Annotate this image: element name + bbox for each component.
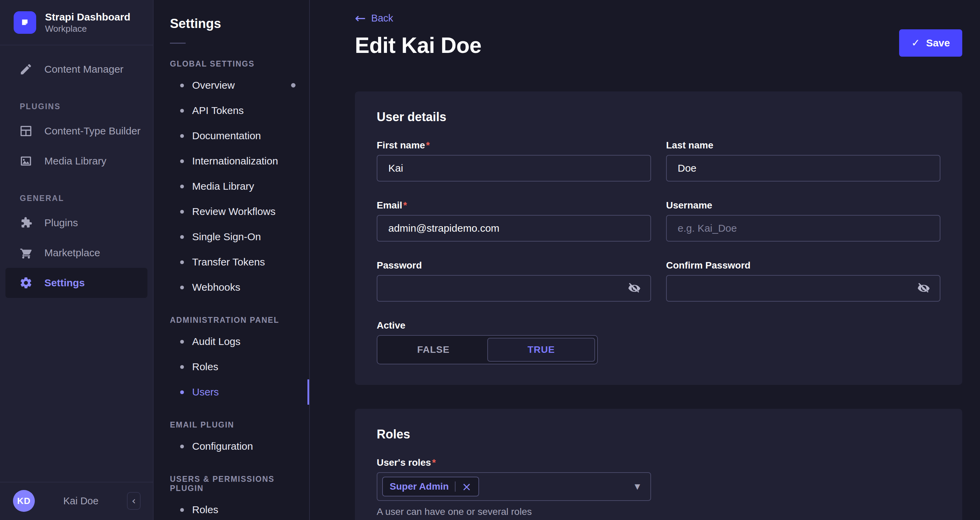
workspace-brand[interactable]: Strapi Dashboard Workplace: [0, 0, 153, 45]
arrow-left-icon: ←: [355, 11, 366, 25]
last-name-field-group: Last name: [666, 140, 940, 181]
puzzle-icon: [19, 216, 33, 230]
first-name-label: First name*: [377, 140, 651, 151]
user-roles-select[interactable]: Super Admin × ▼: [377, 472, 651, 501]
subnav-item-webhooks[interactable]: Webhooks: [154, 275, 309, 300]
subnav-item-single-sign-on[interactable]: Single Sign-On: [154, 224, 309, 250]
bullet-icon: [180, 235, 184, 239]
first-name-input[interactable]: [377, 155, 651, 181]
subnav-item-api-tokens[interactable]: API Tokens: [154, 98, 309, 123]
user-roles-label: User's roles*: [377, 457, 651, 468]
strapi-logo-icon: [14, 11, 36, 34]
chevron-left-icon: ‹: [132, 496, 136, 506]
sidebar-item-label: Content Manager: [45, 64, 124, 75]
notification-dot: [291, 83, 296, 88]
sidebar-item-content-manager[interactable]: Content Manager: [5, 54, 147, 84]
chevron-down-icon: ▼: [635, 482, 640, 491]
subnav-item-up-roles[interactable]: Roles: [154, 497, 309, 520]
email-label: Email*: [377, 200, 651, 211]
nav-section-plugins: PLUGINS: [20, 102, 147, 111]
back-link[interactable]: ← Back: [355, 11, 393, 25]
bullet-icon: [180, 445, 184, 448]
sidebar-item-settings[interactable]: Settings: [5, 268, 147, 298]
main-navigation: Content Manager PLUGINS Content-Type Bui…: [0, 45, 153, 482]
confirm-password-field-group: Confirm Password: [666, 260, 940, 302]
save-button[interactable]: ✓ Save: [899, 29, 962, 57]
last-name-input[interactable]: [666, 155, 940, 181]
nav-section-general: GENERAL: [20, 194, 147, 203]
cart-icon: [19, 246, 33, 260]
check-icon: ✓: [912, 38, 920, 48]
active-indicator: [307, 379, 310, 405]
sidebar-item-marketplace[interactable]: Marketplace: [5, 238, 147, 268]
divider: [455, 482, 455, 492]
active-toggle: FALSE TRUE: [377, 335, 598, 364]
confirm-password-label: Confirm Password: [666, 260, 940, 271]
bullet-icon: [180, 134, 184, 138]
password-label: Password: [377, 260, 651, 271]
first-name-field-group: First name*: [377, 140, 651, 181]
confirm-password-input[interactable]: [666, 275, 940, 302]
bullet-icon: [180, 508, 184, 512]
pencil-icon: [19, 62, 33, 76]
current-user-name: Kai Doe: [35, 495, 127, 507]
role-tag-label: Super Admin: [390, 481, 449, 492]
subnav-item-transfer-tokens[interactable]: Transfer Tokens: [154, 250, 309, 275]
subnav-title: Settings: [170, 16, 309, 31]
sidebar-item-label: Settings: [45, 277, 84, 289]
subnav-item-users[interactable]: Users: [154, 379, 309, 405]
avatar[interactable]: KD: [13, 490, 35, 512]
username-label: Username: [666, 200, 940, 211]
remove-role-button[interactable]: ×: [462, 481, 472, 492]
sidebar-item-plugins[interactable]: Plugins: [5, 208, 147, 238]
bullet-icon: [180, 109, 184, 113]
active-toggle-true[interactable]: TRUE: [487, 338, 595, 362]
required-mark: *: [426, 140, 430, 151]
layout-icon: [19, 124, 33, 138]
gear-icon: [19, 276, 33, 290]
eye-off-icon: [917, 282, 930, 295]
subnav-item-admin-roles[interactable]: Roles: [154, 354, 309, 379]
subnav-item-review-workflows[interactable]: Review Workflows: [154, 199, 309, 224]
toggle-confirm-password-visibility-button[interactable]: [916, 280, 932, 296]
workspace-title: Strapi Dashboard: [45, 11, 130, 23]
subnav-item-audit-logs[interactable]: Audit Logs: [154, 329, 309, 354]
password-input[interactable]: [377, 275, 651, 302]
username-input[interactable]: [666, 215, 940, 242]
last-name-label: Last name: [666, 140, 940, 151]
sidebar-item-label: Content-Type Builder: [45, 125, 141, 137]
subnav-item-configuration[interactable]: Configuration: [154, 434, 309, 459]
roles-helper-text: A user can have one or several roles: [377, 506, 651, 517]
roles-card: Roles User's roles* Super Admin × ▼ A us…: [355, 409, 962, 520]
bullet-icon: [180, 390, 184, 394]
email-input[interactable]: [377, 215, 651, 242]
sidebar-item-content-type-builder[interactable]: Content-Type Builder: [5, 116, 147, 146]
bullet-icon: [180, 184, 184, 188]
username-field-group: Username: [666, 200, 940, 242]
active-field-group: Active FALSE TRUE: [377, 320, 651, 364]
collapse-sidebar-button[interactable]: ‹: [127, 492, 141, 510]
required-mark: *: [432, 457, 436, 468]
main-sidebar: Strapi Dashboard Workplace Content Manag…: [0, 0, 154, 520]
sidebar-item-media-library[interactable]: Media Library: [5, 146, 147, 176]
subnav-item-documentation[interactable]: Documentation: [154, 123, 309, 148]
role-tag: Super Admin ×: [382, 477, 479, 496]
bullet-icon: [180, 286, 184, 289]
email-field-group: Email*: [377, 200, 651, 242]
password-field-group: Password: [377, 260, 651, 302]
active-label: Active: [377, 320, 651, 331]
subnav-item-overview[interactable]: Overview: [154, 73, 309, 98]
toggle-password-visibility-button[interactable]: [627, 280, 642, 296]
back-label: Back: [371, 13, 393, 24]
bullet-icon: [180, 210, 184, 214]
sidebar-footer: KD Kai Doe ‹: [0, 482, 153, 520]
sidebar-item-label: Marketplace: [45, 247, 100, 259]
subnav-item-media-library[interactable]: Media Library: [154, 174, 309, 199]
bullet-icon: [180, 84, 184, 87]
active-toggle-false[interactable]: FALSE: [379, 338, 487, 362]
roles-heading: Roles: [377, 427, 940, 442]
subnav-item-internationalization[interactable]: Internationalization: [154, 148, 309, 174]
bullet-icon: [180, 365, 184, 369]
divider: [170, 43, 186, 44]
user-roles-field-group: User's roles* Super Admin × ▼ A user can…: [377, 457, 651, 517]
